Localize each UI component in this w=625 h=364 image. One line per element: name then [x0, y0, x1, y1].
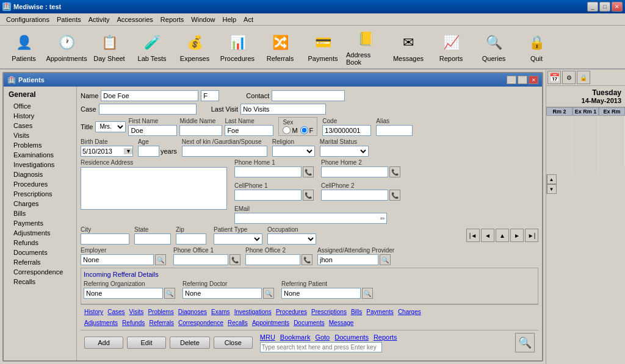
- patienttype-select[interactable]: [214, 234, 262, 244]
- nav-office[interactable]: Office: [4, 101, 76, 111]
- refpatient-search-btn[interactable]: 🔍: [362, 288, 373, 299]
- cal-settings-btn[interactable]: ⚙: [562, 71, 576, 84]
- toolbar-labtests[interactable]: 🧪 Lab Tests: [132, 27, 172, 66]
- documents-link[interactable]: Documents: [334, 334, 369, 341]
- address-textarea[interactable]: [81, 167, 227, 210]
- nav-next-btn[interactable]: ►: [510, 229, 524, 242]
- nav-procedures[interactable]: Procedures: [4, 179, 76, 189]
- refdoctor-search-btn[interactable]: 🔍: [263, 288, 274, 299]
- bookmark-link[interactable]: Bookmark: [280, 334, 311, 341]
- mru-link[interactable]: MRU: [260, 334, 275, 341]
- nav-last-btn[interactable]: ►|: [525, 229, 538, 242]
- menu-help[interactable]: Help: [219, 15, 240, 24]
- cellphone2-input[interactable]: [321, 190, 388, 201]
- reports-link[interactable]: Reports: [374, 334, 397, 341]
- edit-button[interactable]: Edit: [127, 337, 166, 349]
- age-input[interactable]: [138, 146, 159, 157]
- refpatient-input[interactable]: [281, 288, 361, 299]
- toolbar-payments[interactable]: 💳 Payments: [303, 27, 343, 66]
- middlename-input[interactable]: [179, 125, 222, 136]
- toolbar-quit[interactable]: 🔒 Quit: [516, 27, 557, 66]
- tab-procedures[interactable]: Procedures: [276, 309, 307, 315]
- scroll-down-btn[interactable]: ▼: [547, 184, 557, 194]
- tab-refunds[interactable]: Refunds: [122, 319, 145, 326]
- birthdate-input[interactable]: [81, 146, 124, 156]
- name-middle-input[interactable]: [201, 90, 219, 101]
- nav-history[interactable]: History: [4, 111, 76, 121]
- toolbar-expenses[interactable]: 💰 Expenses: [175, 27, 215, 66]
- provider-input[interactable]: [317, 254, 378, 265]
- menu-act[interactable]: Act: [240, 15, 257, 24]
- tab-cases[interactable]: Cases: [107, 309, 125, 315]
- sex-f-radio[interactable]: [300, 126, 308, 134]
- search-icon-btn[interactable]: 🔍: [515, 333, 535, 352]
- nav-recalls[interactable]: Recalls: [4, 277, 76, 287]
- sex-m-label[interactable]: M: [283, 126, 297, 134]
- zip-input[interactable]: [176, 234, 206, 244]
- tab-recalls[interactable]: Recalls: [228, 319, 248, 326]
- tab-investigations[interactable]: Investigations: [234, 309, 272, 315]
- employer-search-btn[interactable]: 🔍: [155, 254, 166, 265]
- phoneoffice2-input[interactable]: [245, 254, 300, 265]
- patients-maximize[interactable]: □: [518, 76, 527, 84]
- nav-first-btn[interactable]: |◄: [466, 229, 480, 242]
- title-select[interactable]: Mrs. Mr. Dr. Ms.: [95, 121, 126, 132]
- email-input[interactable]: [235, 214, 379, 223]
- tab-referrals[interactable]: Referrals: [149, 319, 174, 326]
- marital-select[interactable]: [320, 146, 369, 157]
- tab-problems[interactable]: Problems: [148, 309, 173, 315]
- search-input[interactable]: [260, 342, 382, 352]
- nav-cases[interactable]: Cases: [4, 121, 76, 130]
- nav-charges[interactable]: Charges: [4, 199, 76, 209]
- toolbar-patients[interactable]: 👤 Patients: [4, 27, 44, 66]
- cal-lock-btn[interactable]: 🔒: [577, 71, 590, 84]
- toolbar-daysheet[interactable]: 📋 Day Sheet: [89, 27, 129, 66]
- refdoctor-input[interactable]: [182, 288, 262, 299]
- occupation-select[interactable]: [267, 234, 316, 244]
- tab-exams[interactable]: Exams: [211, 309, 230, 315]
- phonehome1-input[interactable]: [234, 166, 302, 177]
- toolbar-addressbook[interactable]: 📒 Address Book: [345, 27, 386, 66]
- scroll-up-btn[interactable]: ▲: [547, 174, 557, 184]
- add-button[interactable]: Add: [84, 337, 123, 349]
- delete-button[interactable]: Delete: [170, 337, 210, 349]
- menu-reports[interactable]: Reports: [157, 15, 188, 24]
- close-button[interactable]: ✕: [612, 2, 623, 12]
- menu-accessories[interactable]: Accessories: [114, 15, 157, 24]
- nav-correspondence[interactable]: Correspondence: [4, 267, 76, 277]
- tab-visits[interactable]: Visits: [129, 309, 144, 315]
- menu-window[interactable]: Window: [187, 15, 219, 24]
- tab-bills[interactable]: Bills: [351, 309, 362, 315]
- cal-icon-btn[interactable]: 📅: [547, 71, 561, 84]
- toolbar-messages[interactable]: ✉ Messages: [388, 27, 428, 66]
- cellphone1-input[interactable]: [234, 190, 302, 201]
- alias-input[interactable]: [376, 125, 413, 136]
- birthdate-dropdown[interactable]: ▼: [124, 148, 132, 154]
- toolbar-reports[interactable]: 📈 Reports: [431, 27, 471, 66]
- nav-referrals[interactable]: Referrals: [4, 257, 76, 267]
- sex-m-radio[interactable]: [283, 126, 291, 134]
- cellphone1-icon-btn[interactable]: 📞: [303, 190, 314, 201]
- tab-payments[interactable]: Payments: [366, 309, 393, 315]
- reforg-input[interactable]: [84, 288, 163, 299]
- code-input[interactable]: [322, 125, 371, 136]
- toolbar-referrals[interactable]: 🔀 Referrals: [260, 27, 300, 66]
- nav-up-btn[interactable]: ▲: [496, 229, 509, 242]
- patients-minimize[interactable]: _: [507, 76, 516, 84]
- nav-adjustments[interactable]: Adjustments: [4, 228, 76, 238]
- tab-message[interactable]: Message: [329, 319, 354, 326]
- toolbar-procedures[interactable]: 📊 Procedures: [217, 27, 258, 66]
- nav-prescriptions[interactable]: Prescriptions: [4, 189, 76, 199]
- close-form-button[interactable]: Close: [214, 337, 253, 349]
- tab-prescriptions[interactable]: Prescriptions: [311, 309, 347, 315]
- nav-documents[interactable]: Documents: [4, 248, 76, 257]
- city-input[interactable]: [81, 234, 129, 244]
- nav-investigations[interactable]: Investigations: [4, 160, 76, 170]
- religion-select[interactable]: [272, 146, 315, 157]
- tab-adjustments[interactable]: Adjustments: [84, 319, 118, 326]
- employer-input[interactable]: [81, 254, 154, 265]
- state-input[interactable]: [134, 234, 171, 244]
- lastvisit-input[interactable]: [240, 104, 326, 115]
- menu-activity[interactable]: Activity: [85, 15, 114, 24]
- patients-close[interactable]: ✕: [529, 76, 538, 84]
